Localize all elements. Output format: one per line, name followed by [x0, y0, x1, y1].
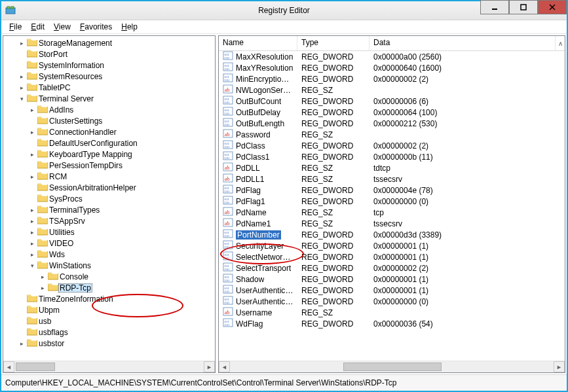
registry-value-row[interactable]: abPdDLLREG_SZtdtcp — [219, 162, 565, 173]
col-type[interactable]: Type — [297, 36, 369, 50]
registry-value-list[interactable]: 011110MaxXResolutionREG_DWORD0x00000a00 … — [219, 51, 565, 361]
tree-node[interactable]: ClusterSettings — [3, 115, 215, 126]
tree-node[interactable]: ▸TerminalTypes — [3, 204, 215, 215]
tree-node[interactable]: SystemInformation — [3, 60, 215, 71]
registry-value-row[interactable]: abPasswordREG_SZ — [219, 129, 565, 140]
tree-node[interactable]: ▾Terminal Server — [3, 93, 215, 104]
tree-node[interactable]: ▸TSAppSrv — [3, 215, 215, 226]
registry-value-row[interactable]: 011110PortNumberREG_DWORD0x00000d3d (338… — [219, 229, 565, 240]
expand-icon[interactable]: ▸ — [39, 284, 47, 292]
value-name: SelectTransport — [236, 264, 291, 273]
registry-value-row[interactable]: 011110OutBufDelayREG_DWORD0x00000064 (10… — [219, 107, 565, 118]
value-data: 0x00000001 (1) — [369, 253, 565, 262]
expand-icon[interactable]: ▸ — [28, 228, 36, 236]
expand-icon[interactable]: ▸ — [28, 206, 36, 214]
tree-node[interactable]: ▸ConnectionHandler — [3, 126, 215, 137]
registry-value-row[interactable]: 011110PdFlagREG_DWORD0x0000004e (78) — [219, 185, 565, 196]
tree-node[interactable]: ▸VIDEO — [3, 238, 215, 249]
expand-icon[interactable]: ▸ — [28, 240, 36, 247]
registry-value-row[interactable]: 011110OutBufCountREG_DWORD0x00000006 (6) — [219, 96, 565, 107]
registry-value-row[interactable]: 011110PdFlag1REG_DWORD0x00000000 (0) — [219, 196, 565, 207]
value-type: REG_SZ — [297, 208, 369, 217]
registry-value-row[interactable]: abUsernameREG_SZ — [219, 307, 565, 318]
tree-node[interactable]: ▾WinStations — [3, 260, 215, 271]
registry-value-row[interactable]: 011110ShadowREG_DWORD0x00000001 (1) — [219, 274, 565, 285]
minimize-button[interactable] — [480, 0, 509, 14]
tree-node[interactable]: ▸Wds — [3, 249, 215, 260]
expand-icon[interactable]: ▸ — [18, 73, 26, 80]
menu-help[interactable]: Help — [117, 21, 142, 33]
collapse-icon[interactable]: ▾ — [28, 262, 36, 270]
tree-node[interactable]: PerSessionTempDirs — [3, 160, 215, 171]
registry-value-row[interactable]: 011110OutBufLengthREG_DWORD0x00000212 (5… — [219, 118, 565, 129]
titlebar[interactable]: Registry Editor — [1, 1, 567, 20]
list-header[interactable]: Name Type Data — [219, 36, 556, 51]
tree-node[interactable]: usbflags — [3, 327, 215, 338]
registry-value-row[interactable]: 011110WdFlagREG_DWORD0x00000036 (54) — [219, 318, 565, 329]
registry-value-row[interactable]: abPdDLL1REG_SZtssecsrv — [219, 173, 565, 185]
expand-icon[interactable]: ▸ — [28, 151, 36, 158]
maximize-button[interactable] — [509, 0, 538, 14]
tree-node[interactable]: ▸TabletPC — [3, 82, 215, 93]
tree-node[interactable]: usb — [3, 315, 215, 327]
tree-node[interactable]: TimeZoneInformation — [3, 293, 215, 304]
registry-value-row[interactable]: 011110SelectTransportREG_DWORD0x00000002… — [219, 262, 565, 274]
expand-icon[interactable]: ▸ — [39, 273, 47, 281]
tree-node[interactable]: DefaultUserConfiguration — [3, 137, 215, 149]
tree-node[interactable]: ▸RCM — [3, 171, 215, 182]
tree-node[interactable]: ▸usbstor — [3, 338, 215, 349]
tree-hscrollbar[interactable]: ◄ ► — [3, 361, 215, 372]
menu-favorites[interactable]: Favorites — [76, 21, 116, 33]
tree-node[interactable]: ▸AddIns — [3, 104, 215, 115]
registry-value-row[interactable]: 011110UserAuthenticat...REG_DWORD0x00000… — [219, 285, 565, 296]
registry-value-row[interactable]: 011110SecurityLayerREG_DWORD0x00000001 (… — [219, 240, 565, 251]
tree-node[interactable]: ▸SystemResources — [3, 71, 215, 82]
tree-node[interactable]: ▸StorageManagement — [3, 37, 215, 48]
menu-edit[interactable]: Edit — [27, 21, 48, 33]
menu-file[interactable]: File — [5, 21, 26, 33]
tree-node-label: Ubpm — [37, 306, 61, 315]
registry-value-row[interactable]: abNWLogonServerREG_SZ — [219, 84, 565, 96]
scroll-right-icon[interactable]: ► — [204, 361, 215, 372]
registry-value-row[interactable]: 011110MinEncryptionL...REG_DWORD0x000000… — [219, 73, 565, 84]
menu-view[interactable]: View — [50, 21, 75, 33]
svg-text:110: 110 — [225, 201, 230, 204]
tree-node[interactable]: ▸KeyboardType Mapping — [3, 149, 215, 160]
tree-node[interactable]: StorPort — [3, 48, 215, 60]
expand-icon[interactable]: ▸ — [28, 251, 36, 258]
value-name: PdName — [236, 208, 267, 217]
tree-node[interactable]: SysProcs — [3, 193, 215, 204]
registry-value-row[interactable]: 011110MaxYResolutionREG_DWORD0x00000640 … — [219, 62, 565, 73]
scroll-right-icon[interactable]: ► — [554, 361, 565, 372]
registry-value-row[interactable]: 011110MaxXResolutionREG_DWORD0x00000a00 … — [219, 51, 565, 62]
svg-rect-1 — [7, 7, 10, 9]
registry-value-row[interactable]: abPdNameREG_SZtcp — [219, 207, 565, 218]
registry-value-row[interactable]: 011110SelectNetworkD...REG_DWORD0x000000… — [219, 251, 565, 262]
expand-icon[interactable]: ▸ — [28, 173, 36, 181]
expand-icon[interactable]: ▸ — [18, 340, 26, 347]
expand-icon[interactable]: ▸ — [18, 84, 26, 92]
scroll-left-icon[interactable]: ◄ — [3, 361, 14, 372]
tree-node[interactable]: SessionArbitrationHelper — [3, 182, 215, 193]
expand-icon[interactable]: ▸ — [28, 128, 36, 136]
col-name[interactable]: Name — [219, 36, 297, 50]
registry-value-row[interactable]: 011110PdClassREG_DWORD0x00000002 (2) — [219, 140, 565, 151]
collapse-icon[interactable]: ▾ — [18, 95, 26, 103]
tree-node[interactable]: ▸RDP-Tcp — [3, 282, 215, 293]
tree-node[interactable]: Ubpm — [3, 304, 215, 315]
expand-icon[interactable]: ▸ — [28, 106, 36, 114]
list-hscrollbar[interactable]: ◄ ► — [219, 361, 565, 372]
tree-node-label: WinStations — [48, 261, 92, 270]
registry-tree[interactable]: ▸StorageManagementStorPortSystemInformat… — [3, 36, 215, 361]
tree-node[interactable]: ▸Utilities — [3, 226, 215, 238]
registry-value-row[interactable]: 011110PdClass1REG_DWORD0x0000000b (11) — [219, 151, 565, 162]
expand-icon[interactable]: ▸ — [28, 217, 36, 225]
close-button[interactable] — [538, 0, 567, 14]
tree-node[interactable]: ▸Console — [3, 271, 215, 282]
scroll-left-icon[interactable]: ◄ — [219, 361, 230, 372]
registry-value-row[interactable]: 011110UserAuthenticat...REG_DWORD0x00000… — [219, 296, 565, 307]
registry-value-row[interactable]: abPdName1REG_SZtssecsrv — [219, 218, 565, 229]
folder-icon — [27, 82, 37, 93]
expand-icon[interactable]: ▸ — [18, 39, 26, 47]
col-data[interactable]: Data — [369, 36, 556, 50]
